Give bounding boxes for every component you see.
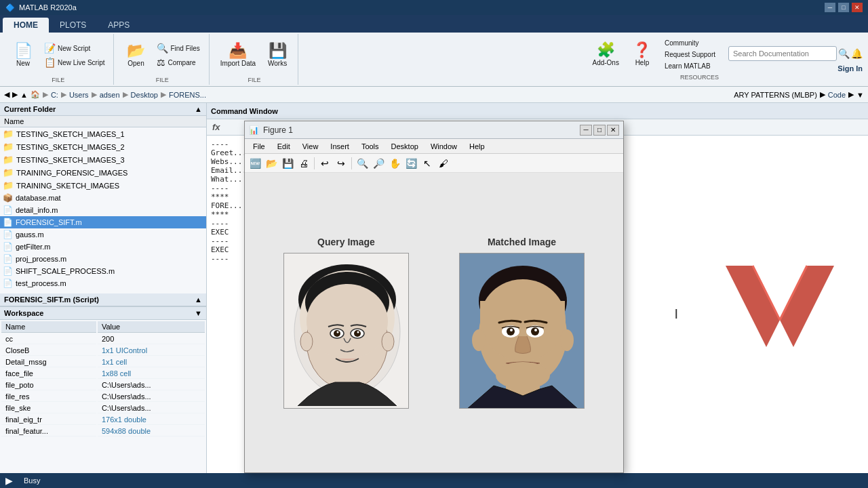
- file-name: detail_info.m: [16, 206, 58, 214]
- nav-home-btn[interactable]: 🏠: [31, 90, 40, 99]
- fig-tool-zoom-out[interactable]: 🔎: [371, 156, 386, 171]
- ws-link[interactable]: 176x1 double: [102, 415, 146, 424]
- find-files-button[interactable]: 🔍 Find Files: [153, 41, 203, 55]
- new-button[interactable]: 📄 New: [8, 41, 38, 70]
- works-button[interactable]: 💾 Works: [262, 41, 292, 70]
- ws-link[interactable]: 594x88 double: [102, 427, 151, 435]
- learn-matlab-button[interactable]: Learn MATLAB: [661, 61, 719, 71]
- import-data-button[interactable]: 📥 Import Data: [216, 41, 260, 70]
- add-ons-button[interactable]: 🧩 Add-Ons: [588, 38, 623, 71]
- svg-point-22: [560, 329, 574, 351]
- fig-tool-undo[interactable]: ↩: [317, 156, 332, 171]
- list-item[interactable]: 📦 database.mat: [0, 192, 206, 204]
- ws-var-value[interactable]: 1x1 cell: [98, 357, 205, 367]
- nav-back-btn[interactable]: ◀: [4, 90, 9, 99]
- list-item[interactable]: 📁 TESTING_SKETCH_IMAGES_1: [0, 127, 206, 140]
- list-item[interactable]: 📁 TESTING_SKETCH_IMAGES_3: [0, 153, 206, 166]
- fig-tool-rotate[interactable]: 🔄: [403, 156, 418, 171]
- tab-home[interactable]: HOME: [3, 18, 49, 33]
- community-button[interactable]: Community: [661, 38, 719, 48]
- fig-tool-open[interactable]: 📂: [264, 156, 279, 171]
- minimize-button[interactable]: ─: [825, 3, 835, 12]
- list-item[interactable]: 📄 getFilter.m: [0, 241, 206, 253]
- ribbon-group-file: 📄 New 📝 New Script 📋 New Live Script FIL…: [3, 34, 114, 85]
- left-panel: Current Folder ▲ Name 📁 TESTING_SKETCH_I…: [0, 103, 207, 473]
- new-live-script-button[interactable]: 📋 New Live Script: [41, 56, 108, 69]
- maximize-button[interactable]: □: [838, 3, 849, 12]
- addr-desktop[interactable]: Desktop: [131, 91, 158, 99]
- search-input[interactable]: [728, 46, 837, 61]
- toolbar-separator-2: [351, 157, 352, 169]
- m-file-icon: 📄: [3, 218, 13, 227]
- ws-var-value[interactable]: 176x1 double: [98, 415, 205, 425]
- figure-close-btn[interactable]: ✕: [607, 125, 619, 136]
- workspace-expand-btn[interactable]: ▼: [195, 309, 202, 317]
- figure-maximize-btn[interactable]: □: [593, 125, 606, 136]
- folder-expand-btn[interactable]: ▲: [195, 105, 202, 113]
- ribbon: 📄 New 📝 New Script 📋 New Live Script FIL…: [0, 33, 868, 87]
- folder-icon: 📁: [3, 142, 14, 152]
- fig-tool-redo[interactable]: ↪: [334, 156, 349, 171]
- help-button[interactable]: ❓ Help: [629, 38, 656, 71]
- fig-tool-print[interactable]: 🖨: [296, 156, 311, 171]
- new-script-button[interactable]: 📝 New Script: [41, 41, 108, 55]
- ws-var-value[interactable]: 1x88 cell: [98, 369, 205, 379]
- svg-point-9: [337, 331, 339, 333]
- bell-icon[interactable]: 🔔: [851, 48, 863, 59]
- mlbp-code[interactable]: Code: [828, 91, 846, 99]
- list-item[interactable]: 📄 proj_process.m: [0, 253, 206, 265]
- nav-forward-btn[interactable]: ▶: [12, 90, 18, 99]
- fig-tool-new[interactable]: 🆕: [248, 156, 262, 171]
- fig-menu-view[interactable]: View: [297, 141, 324, 152]
- tab-apps[interactable]: APPS: [97, 18, 140, 33]
- addr-adsen[interactable]: adsen: [100, 91, 120, 99]
- list-item[interactable]: 📄 detail_info.m: [0, 204, 206, 216]
- close-button[interactable]: ✕: [852, 3, 863, 12]
- list-item[interactable]: 📄 SHIFT_SCALE_PROCESS.m: [0, 265, 206, 277]
- list-item-selected[interactable]: 📄 FORENSIC_SIFT.m: [0, 216, 206, 228]
- ws-link[interactable]: 1x88 cell: [102, 369, 131, 378]
- list-item[interactable]: 📄 gauss.m: [0, 228, 206, 241]
- ws-link[interactable]: 1x1 cell: [102, 358, 127, 366]
- nav-up-btn[interactable]: ▲: [20, 91, 28, 99]
- open-button[interactable]: 📂 Open: [121, 41, 151, 70]
- sign-in-button[interactable]: Sign In: [837, 64, 863, 73]
- ws-var-value[interactable]: 1x1 UIControl: [98, 346, 205, 356]
- list-item[interactable]: 📁 TRAINING_SKETCH_IMAGES: [0, 179, 206, 192]
- fig-tool-brush[interactable]: 🖌: [436, 156, 451, 171]
- fig-menu-window[interactable]: Window: [425, 141, 462, 152]
- request-support-button[interactable]: Request Support: [661, 49, 719, 60]
- ws-var-value[interactable]: 594x88 double: [98, 426, 205, 436]
- ribbon-group-open: 📂 Open 🔍 Find Files ⚖ Compare FILE: [115, 34, 209, 85]
- fig-tool-cursor[interactable]: ↖: [420, 156, 435, 171]
- mlbp-expand-btn[interactable]: ▼: [856, 91, 864, 99]
- tab-plots[interactable]: PLOTS: [49, 18, 97, 33]
- fig-tool-save[interactable]: 💾: [280, 156, 295, 171]
- list-item[interactable]: 📁 TRAINING_FORENSIC_IMAGES: [0, 166, 206, 179]
- addr-c[interactable]: C:: [51, 91, 58, 99]
- fig-menu-tools[interactable]: Tools: [356, 141, 384, 152]
- ws-link[interactable]: 1x1 UIControl: [102, 346, 147, 354]
- search-icon[interactable]: 🔍: [838, 48, 850, 59]
- ws-var-name: final_eig_tr: [1, 415, 96, 425]
- fig-tool-zoom-in[interactable]: 🔍: [355, 156, 370, 171]
- list-item[interactable]: 📄 test_process.m: [0, 277, 206, 289]
- editor-label: FORENSIC_SIFT.m (Script): [4, 296, 99, 304]
- addr-forens[interactable]: FORENS...: [169, 91, 206, 99]
- fig-menu-edit[interactable]: Edit: [272, 141, 296, 152]
- addr-users[interactable]: Users: [69, 91, 89, 99]
- addressbar: ◀ ▶ ▲ 🏠 ▶ C: ▶ Users ▶ adsen ▶ Desktop ▶…: [0, 87, 868, 103]
- fig-tool-pan[interactable]: ✋: [387, 156, 402, 171]
- editor-expand-btn[interactable]: ▲: [195, 296, 202, 304]
- fig-menu-insert[interactable]: Insert: [325, 141, 355, 152]
- file-group-label: FILE: [52, 75, 64, 83]
- list-item[interactable]: 📁 TESTING_SKETCH_IMAGES_2: [0, 140, 206, 153]
- fig-menu-help[interactable]: Help: [464, 141, 490, 152]
- table-row: file_res C:\Users\ads...: [1, 392, 205, 402]
- fig-menu-file[interactable]: File: [248, 141, 271, 152]
- compare-button[interactable]: ⚖ Compare: [153, 56, 203, 69]
- busy-label: Busy: [24, 476, 40, 485]
- fx-icon: fx: [212, 122, 220, 132]
- fig-menu-desktop[interactable]: Desktop: [386, 141, 424, 152]
- figure-minimize-btn[interactable]: ─: [580, 125, 592, 136]
